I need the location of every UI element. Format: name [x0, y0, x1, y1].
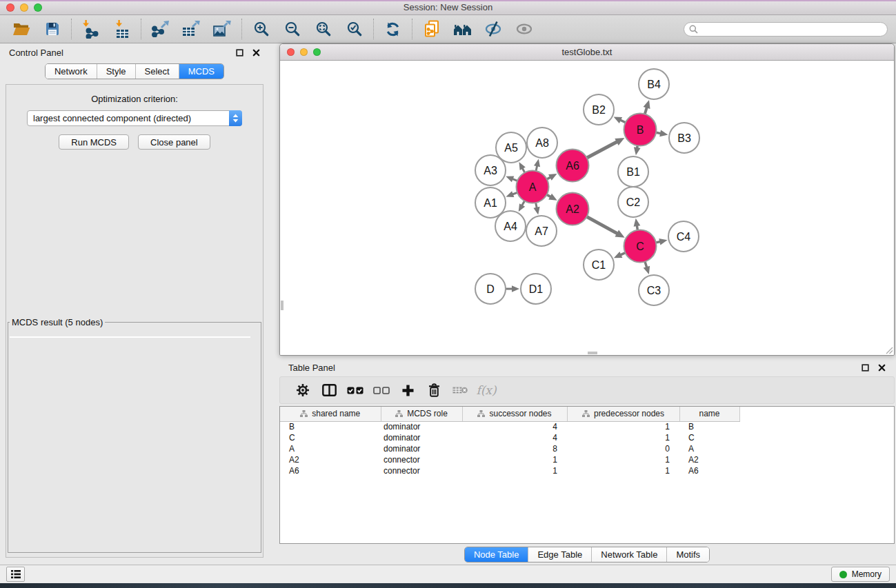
memory-status-button[interactable]: Memory	[831, 567, 890, 582]
graph-edge-c-c3[interactable]	[645, 261, 647, 267]
tab-mcds[interactable]: MCDS	[179, 64, 223, 79]
search-field[interactable]	[684, 22, 888, 37]
table-row-a[interactable]: Adominator80A	[280, 443, 894, 454]
table-row-c[interactable]: Cdominator41C	[280, 432, 894, 443]
zoom-out-button[interactable]	[277, 17, 308, 41]
graph-edge-a2-c[interactable]	[587, 216, 618, 234]
graph-edge-a-a1[interactable]	[512, 192, 517, 194]
unchecked-boxes-icon	[373, 387, 390, 394]
run-mcds-button[interactable]: Run MCDS	[59, 134, 129, 150]
open-session-button[interactable]	[6, 17, 37, 41]
minimize-window-button[interactable]	[20, 3, 28, 12]
mcds-tab-content: Optimization criterion: largest connecte…	[6, 84, 263, 558]
tab-node-table[interactable]: Node Table	[465, 547, 528, 562]
column-header-successor-nodes[interactable]: successor nodes	[462, 407, 567, 421]
mcds-result-list: A2ABCA6	[10, 336, 250, 338]
table-row-a6[interactable]: A6connector11A6	[280, 465, 894, 476]
close-panel-action-button[interactable]: Close panel	[138, 134, 210, 150]
import-table-button[interactable]	[106, 17, 137, 41]
delete-column-button[interactable]	[421, 377, 447, 403]
network-canvas[interactable]: B4B2BB3A8A5A6A3B1AA1C2A2A4A7C4CC1C3DD1	[280, 61, 894, 355]
graph-edge-a-a5[interactable]	[522, 168, 525, 172]
zoom-fit-button[interactable]	[308, 17, 339, 41]
horizontal-scrollbar-thumb[interactable]	[588, 352, 597, 354]
graph-edge-a-a7[interactable]	[536, 203, 537, 208]
vertical-scrollbar-thumb[interactable]	[281, 301, 283, 310]
column-header-name[interactable]: name	[679, 407, 739, 421]
hide-selected-button[interactable]	[478, 17, 509, 41]
minimize-network-window-button[interactable]	[300, 48, 308, 56]
export-table-icon	[182, 21, 201, 37]
optimization-criterion-select[interactable]: largest connected component (directed)	[27, 110, 242, 126]
window-controls	[6, 3, 42, 12]
close-network-window-button[interactable]	[287, 48, 295, 56]
network-window-controls	[287, 48, 321, 56]
graph-edge-a-a4[interactable]	[522, 201, 525, 205]
graph-edge-arrowhead	[533, 207, 539, 215]
add-column-button[interactable]	[395, 377, 421, 403]
deselect-all-button[interactable]	[368, 377, 395, 403]
zoom-fit-icon	[315, 21, 332, 37]
save-session-button[interactable]	[37, 17, 68, 41]
graph-edge-c-c1[interactable]	[620, 253, 625, 255]
table-panel-title: Table Panel	[288, 363, 335, 373]
show-all-button[interactable]	[509, 17, 540, 41]
table-settings-button[interactable]	[290, 377, 316, 403]
table-row-b[interactable]: Bdominator41B	[280, 421, 894, 432]
column-header-mcds-role[interactable]: MCDS role	[381, 407, 462, 421]
close-table-panel-button[interactable]	[878, 364, 886, 372]
close-window-button[interactable]	[6, 3, 14, 12]
graph-edge-a-a2[interactable]	[547, 194, 551, 196]
table-row-a2[interactable]: A2connector11A2	[280, 454, 894, 465]
graph-edge-b-b3[interactable]	[656, 132, 661, 133]
task-history-button[interactable]	[6, 567, 25, 582]
graph-edge-b-b2[interactable]	[620, 120, 626, 123]
network-graph: B4B2BB3A8A5A6A3B1AA1C2A2A4A7C4CC1C3DD1	[280, 61, 894, 355]
refresh-button[interactable]	[377, 17, 408, 41]
graph-edge-a-a3[interactable]	[512, 179, 517, 181]
chevron-up-down-icon	[232, 114, 239, 123]
tab-style[interactable]: Style	[97, 64, 135, 79]
search-input[interactable]	[701, 24, 882, 34]
float-panel-button[interactable]	[236, 49, 243, 57]
export-network-button[interactable]	[145, 17, 176, 41]
select-all-button[interactable]	[342, 377, 368, 403]
control-panel: Control Panel NetworkStyleSelectMCDS Opt…	[0, 43, 269, 565]
window-title: Session: New Session	[0, 2, 896, 12]
resize-grip[interactable]	[884, 345, 893, 354]
graph-node-label-d1: D1	[529, 283, 544, 295]
tab-edge-table[interactable]: Edge Table	[528, 547, 591, 562]
close-panel-button[interactable]	[252, 49, 260, 57]
memory-status-dot	[839, 571, 847, 578]
float-table-panel-button[interactable]	[862, 364, 869, 372]
node-table: shared nameMCDS rolesuccessor nodesprede…	[280, 407, 894, 476]
export-image-button[interactable]	[207, 17, 238, 41]
tab-motifs[interactable]: Motifs	[666, 547, 709, 562]
export-table-button[interactable]	[176, 17, 207, 41]
zoom-in-button[interactable]	[246, 17, 277, 41]
show-column-button[interactable]	[316, 377, 342, 403]
delete-table-button[interactable]	[447, 377, 473, 403]
graph-edge-a6-b[interactable]	[587, 142, 617, 158]
graph-edge-c-c2[interactable]	[637, 225, 637, 230]
tab-network[interactable]: Network	[46, 64, 97, 79]
home-button[interactable]	[447, 17, 478, 41]
graph-node-label-b3: B3	[677, 132, 691, 144]
zoom-network-window-button[interactable]	[313, 48, 321, 56]
network-from-file-button[interactable]	[416, 17, 447, 41]
graph-edge-a-a8[interactable]	[536, 165, 537, 171]
zoom-selected-button[interactable]	[339, 17, 370, 41]
import-network-button[interactable]	[75, 17, 106, 41]
export-image-icon	[213, 21, 232, 37]
main-toolbar	[0, 15, 896, 43]
tab-network-table[interactable]: Network Table	[591, 547, 666, 562]
graph-node-label-a1: A1	[484, 197, 497, 209]
zoom-window-button[interactable]	[34, 3, 42, 12]
toolbar-separator	[412, 19, 412, 39]
function-builder-button[interactable]: f(x)	[473, 377, 499, 403]
tab-select[interactable]: Select	[135, 64, 179, 79]
column-header-shared-name[interactable]: shared name	[280, 407, 381, 421]
network-window-titlebar[interactable]: testGlobe.txt	[280, 44, 894, 61]
graph-edge-b-b4[interactable]	[645, 107, 647, 114]
column-header-predecessor-nodes[interactable]: predecessor nodes	[567, 407, 679, 421]
